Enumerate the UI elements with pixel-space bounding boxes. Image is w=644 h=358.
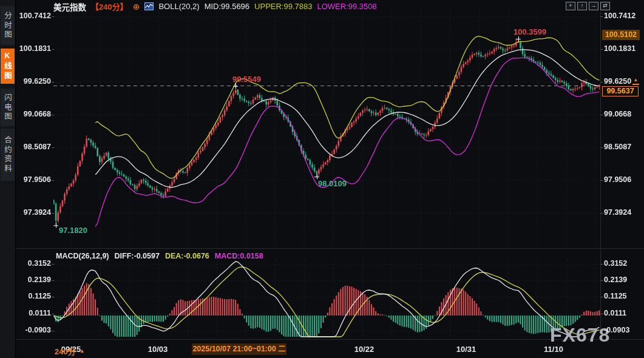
- sidebar: 分时图K线图闪电图合约资料: [0, 0, 16, 358]
- macd-axis-label-right: 0.0111: [604, 309, 626, 317]
- sidebar-tab-time-share-chart[interactable]: 分时图: [1, 6, 15, 45]
- macd-header: MACD(26,12,9) DIFF:-0.0597 DEA:-0.0676 M…: [56, 252, 263, 260]
- annotation-swing-high: 99.5549: [232, 75, 261, 84]
- watermark: FX678: [550, 324, 610, 346]
- price-axis-label-left: 97.3924: [15, 208, 51, 217]
- price-axis-label-left: 98.5087: [15, 143, 51, 151]
- boll-upper-value: UPPER:99.7883: [254, 2, 312, 11]
- price-axis-label-left: 97.9506: [15, 175, 51, 184]
- boll-formula-label: BOLL(20,2): [158, 2, 199, 11]
- price-axis-label-right: 97.3924: [604, 208, 631, 217]
- chart-header: 美元指数 【240分】 ⊕ BOLL(20,2) MID:99.5696 UPP…: [53, 1, 377, 12]
- annotation-swing-low: 98.0109: [318, 179, 347, 188]
- macd-axis-label-left: -0.0903: [15, 326, 51, 334]
- date-axis-label: 10/03: [148, 345, 168, 354]
- macd-axis-label-left: 0.0111: [15, 309, 51, 317]
- price-axis-label-right: 98.5087: [604, 143, 631, 151]
- chart-type-icon[interactable]: [144, 2, 154, 10]
- chart-toolbar: +↑→⇄: [566, 2, 610, 10]
- macd-axis-label-right: -0.0903: [604, 326, 629, 334]
- macd-axis-label-right: 0.2139: [604, 275, 627, 284]
- macd-axis-label-left: 0.1125: [15, 292, 51, 300]
- zoom-vertical-icon[interactable]: ↑: [577, 2, 587, 10]
- price-axis-label-right: 99.6250: [604, 77, 631, 86]
- price-axis-label-left: 100.1831: [15, 44, 51, 53]
- macd-axis-label-left: 0.3152: [15, 259, 51, 268]
- kline-app: { "header": { "symbol": "美元指数", "period"…: [0, 0, 644, 358]
- price-up-arrow-icon[interactable]: ▲: [632, 78, 639, 85]
- period-label[interactable]: 【240分】: [91, 1, 128, 12]
- price-axis-label-right: 100.1831: [604, 44, 636, 53]
- macd-hist-value: MACD:0.0158: [215, 252, 263, 260]
- macd-axis-label-left: 0.2139: [15, 275, 51, 284]
- macd-dea-value: DEA:-0.0676: [165, 252, 209, 260]
- band-high-badge: 100.5102: [602, 30, 640, 40]
- price-axis-label-left: 99.0668: [15, 110, 51, 118]
- price-axis-label-left: 99.6250: [15, 77, 51, 86]
- macd-axis-label-right: 0.3152: [604, 259, 627, 268]
- macd-axis-label-right: 0.1125: [604, 292, 627, 300]
- zoom-horizontal-icon[interactable]: →: [589, 2, 598, 10]
- price-axis-label-right: 97.9506: [604, 175, 631, 184]
- sidebar-tab-lightning-chart[interactable]: 闪电图: [1, 89, 15, 126]
- price-axis-label-right: 99.0668: [604, 110, 631, 118]
- symbol-title: 美元指数: [53, 1, 86, 13]
- sidebar-tab-kline-chart[interactable]: K线图: [1, 49, 15, 84]
- crosshair-toggle-icon[interactable]: ⊕: [133, 2, 140, 11]
- go-to-latest-icon[interactable]: ⇄: [600, 2, 610, 10]
- annotation-session-low: 97.1820: [59, 226, 87, 235]
- boll-mid-value: MID:99.5696: [205, 2, 249, 11]
- date-axis-label: 10/31: [456, 345, 476, 354]
- footer-period-text: 240分: [55, 345, 76, 357]
- pan-icon[interactable]: +: [566, 2, 575, 10]
- annotation-session-high: 100.3599: [514, 27, 546, 36]
- crosshair-date-readout: 2025/10/07 21:00~01:00 二: [192, 343, 286, 355]
- macd-formula-label: MACD(26,12,9): [56, 252, 109, 260]
- macd-diff-value: DIFF:-0.0597: [115, 252, 160, 260]
- price-axis-label-right: 100.7412: [604, 12, 636, 20]
- boll-lower-value: LOWER:99.3508: [317, 2, 376, 11]
- sidebar-tab-contract-info[interactable]: 合约资料: [1, 129, 15, 181]
- footer-period-label[interactable]: 240分 ▲: [55, 345, 85, 357]
- date-axis-label: 10/22: [354, 345, 375, 354]
- period-dropdown-arrow-icon: ▲: [80, 348, 85, 354]
- last-price-badge: 99.5637: [602, 86, 639, 96]
- price-axis-label-left: 100.7412: [15, 12, 51, 20]
- date-axis-label: 11/10: [544, 345, 563, 354]
